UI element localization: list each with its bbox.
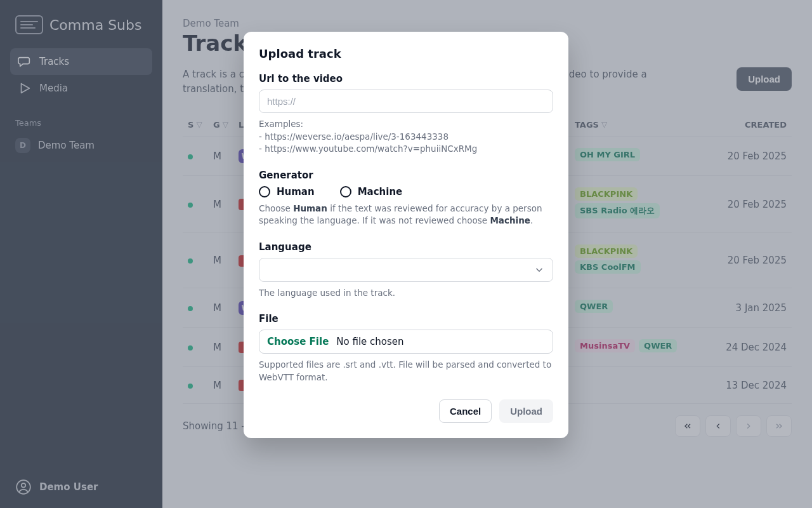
file-section: File Choose File No file chosen Supporte… xyxy=(259,313,553,384)
url-input[interactable] xyxy=(259,90,553,113)
language-select[interactable] xyxy=(259,258,553,282)
generator-radio-human[interactable]: Human xyxy=(259,186,315,197)
file-help: Supported files are .srt and .vtt. File … xyxy=(259,359,553,384)
url-section: Url to the video Examples: - https://wev… xyxy=(259,73,553,156)
modal-overlay[interactable]: Upload track Url to the video Examples: … xyxy=(0,0,812,508)
file-label: File xyxy=(259,313,553,324)
generator-section: Generator Human Machine Choose Human if … xyxy=(259,170,553,227)
file-status: No file chosen xyxy=(336,336,403,347)
generator-label: Generator xyxy=(259,170,553,181)
upload-submit-button[interactable]: Upload xyxy=(499,399,553,423)
radio-icon xyxy=(259,186,270,197)
radio-icon xyxy=(340,186,351,197)
generator-radio-machine[interactable]: Machine xyxy=(340,186,403,197)
url-label: Url to the video xyxy=(259,73,553,84)
upload-track-modal: Upload track Url to the video Examples: … xyxy=(244,32,568,438)
choose-file-button[interactable]: Choose File xyxy=(267,336,329,347)
language-section: Language The language used in the track. xyxy=(259,241,553,300)
language-label: Language xyxy=(259,241,553,253)
generator-help: Choose Human if the text was reviewed fo… xyxy=(259,203,553,227)
language-help: The language used in the track. xyxy=(259,287,553,300)
file-input[interactable]: Choose File No file chosen xyxy=(259,330,553,354)
modal-title: Upload track xyxy=(259,47,553,60)
modal-actions: Cancel Upload xyxy=(259,399,553,423)
radio-label: Machine xyxy=(358,186,403,197)
chevron-down-icon xyxy=(534,264,545,276)
cancel-button[interactable]: Cancel xyxy=(439,399,492,423)
radio-label: Human xyxy=(277,186,315,197)
url-help: Examples: - https://weverse.io/aespa/liv… xyxy=(259,118,553,156)
